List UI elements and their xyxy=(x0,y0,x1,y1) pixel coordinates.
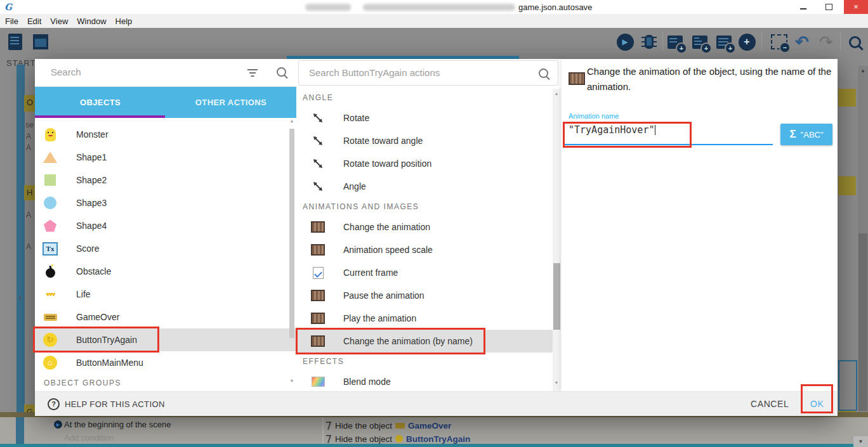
action-object-name: GameOver xyxy=(408,421,451,431)
toolbar-separator xyxy=(662,32,663,51)
action-item[interactable]: Rotate toward position xyxy=(296,152,553,175)
action-item[interactable]: Angle xyxy=(296,175,553,198)
background-event-block xyxy=(838,89,856,107)
monster-icon xyxy=(42,128,58,141)
cancel-button[interactable]: CANCEL xyxy=(751,399,789,409)
scene-begin-icon: ▶ xyxy=(54,420,62,429)
list-item[interactable]: GameOver xyxy=(35,306,296,328)
diagonal-arrow-icon xyxy=(311,159,325,169)
action-item[interactable]: Change the animation xyxy=(296,216,553,238)
menu-view[interactable]: View xyxy=(50,16,68,26)
filmstrip-icon xyxy=(311,335,325,347)
help-link[interactable]: ? HELP FOR THIS ACTION xyxy=(48,398,165,410)
filmstrip-icon xyxy=(311,313,325,324)
action-item[interactable]: Animation speed scale xyxy=(296,238,553,261)
action-list: ANGLE Rotate Rotate toward angle Rotate … xyxy=(296,89,553,391)
section-header: ANIMATIONS AND IMAGES xyxy=(296,198,553,216)
redo-icon: ↷ xyxy=(816,32,836,52)
blend-mode-icon xyxy=(311,377,325,387)
menu-window[interactable]: Window xyxy=(77,16,106,26)
gameover-mini-icon xyxy=(395,423,405,429)
list-item[interactable]: Monster xyxy=(35,123,296,146)
action-description: Change the animation of the object, usin… xyxy=(587,64,836,94)
action-label: Pause the animation xyxy=(343,290,424,301)
list-item[interactable]: Shape1 xyxy=(35,146,296,169)
filter-icon[interactable] xyxy=(247,69,258,77)
action-list-scrollbar[interactable]: ▲ ▼ xyxy=(553,89,561,391)
action-label: Rotate xyxy=(343,113,369,123)
list-item[interactable]: Obstacle xyxy=(35,260,296,283)
add-external-events-icon: + xyxy=(690,32,710,52)
action-search-placeholder: Search ButtonTryAgain actions xyxy=(309,67,440,78)
action-item[interactable]: Rotate xyxy=(296,107,553,129)
action-item[interactable]: Blend mode xyxy=(296,370,553,391)
field-value: "TryAgainHover" xyxy=(569,124,654,136)
tab-other-actions[interactable]: OTHER ACTIONS xyxy=(166,87,296,118)
add-object-icon: + xyxy=(737,32,757,52)
animation-name-field[interactable]: "TryAgainHover" xyxy=(569,124,655,136)
minimize-button[interactable] xyxy=(792,0,815,14)
filmstrip-icon xyxy=(569,72,585,87)
dialog-footer: ? HELP FOR THIS ACTION CANCEL OK xyxy=(35,391,838,416)
list-item[interactable]: ♥♥♥Life xyxy=(35,283,296,306)
action-label: Change the animation xyxy=(343,222,430,232)
action-item[interactable]: Play the animation xyxy=(296,307,553,330)
search-icon xyxy=(539,68,548,78)
dimmed-background: ▶ + + + + − ↶ ↷ START O H G se A A A A ▼… xyxy=(0,28,868,447)
object-label: Shape3 xyxy=(76,198,107,208)
filmstrip-icon xyxy=(311,221,325,233)
scroll-down-icon[interactable]: ▼ xyxy=(289,379,295,383)
scroll-up-icon[interactable]: ▲ xyxy=(553,91,560,96)
filmstrip-icon xyxy=(311,244,325,256)
action-search-input[interactable]: Search ButtonTryAgain actions xyxy=(298,60,558,86)
list-item[interactable]: ⌂ButtonMainMenu xyxy=(35,351,296,374)
action-text: Hide the object xyxy=(335,421,392,431)
help-icon: ? xyxy=(48,398,60,410)
expression-editor-button[interactable]: Σ "ABC" xyxy=(780,124,832,145)
list-item[interactable]: Shape3 xyxy=(35,191,296,214)
menubar: File Edit View Window Help xyxy=(0,14,868,28)
list-item[interactable]: TxScore xyxy=(35,237,296,260)
action-item[interactable]: Pause the animation xyxy=(296,284,553,307)
menu-file[interactable]: File xyxy=(5,16,18,26)
list-item-selected[interactable]: ↻ButtonTryAgain xyxy=(35,328,296,351)
object-list-scrollbar[interactable]: ▲ ▼ xyxy=(289,117,295,391)
action-item[interactable]: Rotate toward angle xyxy=(296,129,553,152)
bomb-icon xyxy=(42,265,58,278)
object-list: Monster Shape1 Shape2 Shape3 Shape4 TxSc… xyxy=(35,117,296,391)
project-manager-icon xyxy=(5,32,25,52)
scroll-up-icon: ▲ xyxy=(858,66,868,76)
list-item[interactable]: Shape2 xyxy=(35,169,296,191)
action-label: Rotate toward angle xyxy=(343,136,423,146)
action-item-selected[interactable]: Change the animation (by name) xyxy=(296,330,553,353)
actions-panel: Search ButtonTryAgain actions ANGLE Rota… xyxy=(296,59,562,391)
restore-button[interactable] xyxy=(817,0,840,14)
object-search-input[interactable]: Search xyxy=(35,59,296,87)
menu-edit[interactable]: Edit xyxy=(27,16,41,26)
close-button[interactable]: × xyxy=(844,0,868,14)
background-event-text: A xyxy=(26,143,31,152)
scrollbar-corner: ▼ xyxy=(853,436,868,447)
background-event-text: A xyxy=(26,132,31,141)
object-label: Shape2 xyxy=(76,175,107,185)
field-underline xyxy=(563,144,773,145)
square-icon xyxy=(42,174,58,186)
background-event-text: se xyxy=(25,120,34,129)
app-window: G game.json.autosave × File Edit View Wi… xyxy=(0,0,868,447)
action-text: Hide the object xyxy=(335,434,392,444)
scroll-up-icon[interactable]: ▲ xyxy=(289,119,295,123)
parameters-panel: Change the animation of the object, usin… xyxy=(562,59,838,391)
list-item[interactable]: Shape4 xyxy=(35,214,296,237)
scroll-down-icon[interactable]: ▼ xyxy=(553,380,560,385)
tab-objects[interactable]: OBJECTS xyxy=(35,87,166,118)
play-icon: ▶ xyxy=(615,32,635,52)
object-label: Shape4 xyxy=(76,221,107,231)
action-item[interactable]: Current frame xyxy=(296,261,553,284)
action-object-name: ButtonTryAgain xyxy=(406,434,470,444)
object-label: Score xyxy=(76,243,100,254)
search-icon xyxy=(277,67,286,77)
scrollbar-thumb[interactable] xyxy=(289,129,294,338)
scrollbar-thumb[interactable] xyxy=(553,263,560,330)
ok-button[interactable]: OK xyxy=(810,399,824,409)
menu-help[interactable]: Help xyxy=(115,16,133,26)
